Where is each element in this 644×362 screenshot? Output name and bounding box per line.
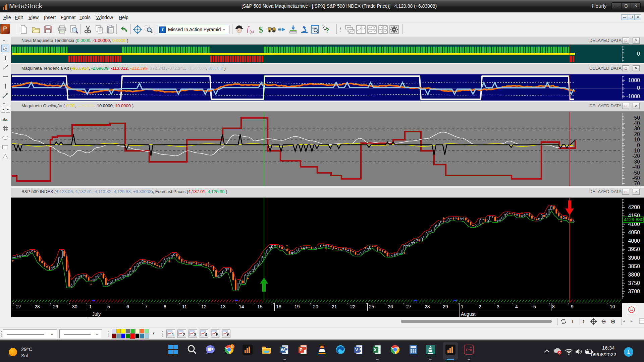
svg-text:4000: 4000	[628, 238, 640, 244]
svg-text:N: N	[231, 345, 233, 349]
svg-text:50: 50	[634, 115, 640, 121]
svg-text:V: V	[355, 347, 358, 352]
svg-text:30: 30	[634, 126, 640, 131]
svg-text:3950: 3950	[628, 246, 640, 252]
svg-text:?: ?	[325, 27, 329, 34]
svg-text:1: 1	[172, 332, 174, 337]
svg-text:$: $	[259, 25, 263, 34]
svg-text:X: X	[374, 347, 377, 352]
svg-text:40: 40	[634, 120, 640, 126]
svg-text:0: 0	[637, 142, 640, 148]
svg-text:0: 0	[637, 51, 640, 57]
svg-text:P: P	[300, 347, 303, 352]
svg-text:4050: 4050	[628, 230, 640, 235]
svg-text:10: 10	[634, 137, 640, 142]
svg-text:-10: -10	[632, 148, 640, 154]
svg-text:4129.880: 4129.880	[624, 217, 644, 222]
svg-text:-50: -50	[632, 170, 640, 176]
svg-text:4: 4	[205, 332, 207, 337]
svg-text:W: W	[281, 347, 285, 352]
svg-text:3: 3	[194, 332, 196, 337]
svg-text:-30: -30	[632, 159, 640, 165]
svg-text:20: 20	[634, 131, 640, 137]
svg-text:1000: 1000	[628, 77, 640, 83]
svg-text:-1000: -1000	[626, 94, 640, 99]
svg-text:Pro: Pro	[466, 348, 472, 352]
svg-text:0: 0	[637, 85, 640, 91]
svg-text:-60: -60	[632, 175, 640, 181]
svg-text:3800: 3800	[628, 272, 640, 278]
svg-text:2: 2	[183, 332, 185, 337]
svg-text:4200: 4200	[628, 204, 640, 210]
svg-text:(x): (x)	[250, 29, 254, 34]
svg-text:-40: -40	[632, 164, 640, 170]
svg-text:6: 6	[227, 332, 229, 337]
svg-text:f: f	[247, 25, 250, 33]
svg-text:3700: 3700	[628, 289, 640, 294]
svg-text:3850: 3850	[628, 263, 640, 269]
svg-text:3900: 3900	[628, 255, 640, 261]
svg-text:-20: -20	[632, 153, 640, 159]
svg-text:-70: -70	[632, 181, 640, 186]
svg-text:5: 5	[216, 332, 218, 337]
svg-text:3750: 3750	[628, 280, 640, 286]
